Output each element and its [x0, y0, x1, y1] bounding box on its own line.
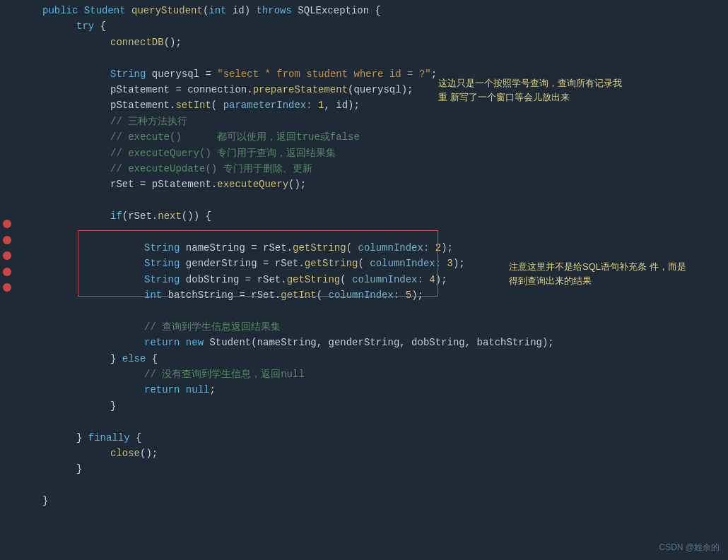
- code-text-16: String nameString = rSet.getString( colu…: [35, 240, 728, 256]
- code-text-12: rSet = pStatement.executeQuery();: [35, 177, 728, 192]
- code-line-32: }: [0, 493, 728, 508]
- code-line-24: // 没有查询到学生信息，返回null: [0, 367, 728, 382]
- code-text-31: [35, 477, 728, 493]
- code-line-29: close();: [0, 446, 728, 461]
- code-line-30: }: [0, 461, 728, 477]
- code-text-25: return null;: [35, 382, 728, 398]
- code-line-3: connectDB();: [0, 35, 728, 50]
- code-text-11: // executeUpdate() 专门用于删除、更新: [35, 161, 728, 177]
- code-line-22: return new Student(nameString, genderStr…: [0, 335, 728, 350]
- code-line-14: if(rSet.next()) {: [0, 208, 728, 224]
- code-text-2: try {: [35, 18, 728, 34]
- code-line-1: public Student queryStudent(int id) thro…: [0, 3, 728, 18]
- code-line-16: String nameString = rSet.getString( colu…: [0, 240, 728, 256]
- code-line-13: [0, 193, 728, 208]
- code-line-27: [0, 414, 728, 429]
- code-text-15: [35, 224, 728, 239]
- code-line-23: } else {: [0, 351, 728, 367]
- breakpoint-19: [3, 283, 11, 292]
- code-line-4: [0, 50, 728, 66]
- code-text-13: [35, 193, 728, 208]
- code-text-29: close();: [35, 446, 728, 461]
- code-line-25: return null;: [0, 382, 728, 398]
- code-text-20: [35, 303, 728, 318]
- code-text-28: } finally {: [35, 430, 728, 446]
- code-line-26: }: [0, 398, 728, 414]
- code-text-32: }: [35, 493, 728, 508]
- code-text-10: // executeQuery() 专门用于查询，返回结果集: [35, 145, 728, 161]
- code-text-3: connectDB();: [35, 35, 728, 50]
- annotation-query-note: 这边只是一个按照学号查询，查询所有记录我重 新写了一个窗口等会儿放出来: [438, 76, 622, 104]
- breakpoint-17: [3, 251, 11, 260]
- code-line-12: rSet = pStatement.executeQuery();: [0, 177, 728, 192]
- code-text-21: // 查询到学生信息返回结果集: [35, 319, 728, 335]
- annotation-result-note: 注意这里并不是给SQL语句补充条 件，而是得到查询出来的结果: [509, 260, 693, 287]
- code-text-6: pStatement = connection.prepareStatement…: [35, 82, 728, 97]
- code-text-8: // 三种方法执行: [35, 114, 728, 129]
- breakpoint-16: [3, 236, 11, 244]
- code-editor: public Student queryStudent(int id) thro…: [0, 0, 728, 560]
- code-text-23: } else {: [35, 351, 728, 367]
- breakpoint-15: [3, 220, 11, 228]
- code-line-15: [0, 224, 728, 239]
- code-text-19: int batchString = rSet.getInt( columnInd…: [35, 287, 728, 303]
- code-line-10: // executeQuery() 专门用于查询，返回结果集: [0, 145, 728, 161]
- code-text-5: String querysql = "select * from student…: [35, 66, 728, 82]
- code-text-4: [35, 50, 728, 66]
- code-line-2: try {: [0, 18, 728, 34]
- code-line-9: // execute() 都可以使用，返回true或false: [0, 129, 728, 145]
- code-text-1: public Student queryStudent(int id) thro…: [35, 3, 728, 18]
- code-line-28: } finally {: [0, 430, 728, 446]
- code-line-19: int batchString = rSet.getInt( columnInd…: [0, 287, 728, 303]
- code-text-22: return new Student(nameString, genderStr…: [35, 335, 728, 350]
- code-line-21: // 查询到学生信息返回结果集: [0, 319, 728, 335]
- code-area: public Student queryStudent(int id) thro…: [0, 0, 728, 560]
- code-text-27: [35, 414, 728, 429]
- code-text-14: if(rSet.next()) {: [35, 208, 728, 224]
- code-line-20: [0, 303, 728, 318]
- code-text-24: // 没有查询到学生信息，返回null: [35, 367, 728, 382]
- code-text-7: pStatement.setInt( parameterIndex: 1, id…: [35, 97, 728, 113]
- csdn-watermark: CSDN @姓余的: [659, 541, 720, 554]
- code-line-11: // executeUpdate() 专门用于删除、更新: [0, 161, 728, 177]
- code-text-30: }: [35, 461, 728, 477]
- code-text-26: }: [35, 398, 728, 414]
- code-line-8: // 三种方法执行: [0, 114, 728, 129]
- code-line-31: [0, 477, 728, 493]
- code-text-9: // execute() 都可以使用，返回true或false: [35, 129, 728, 145]
- breakpoint-18: [3, 268, 11, 276]
